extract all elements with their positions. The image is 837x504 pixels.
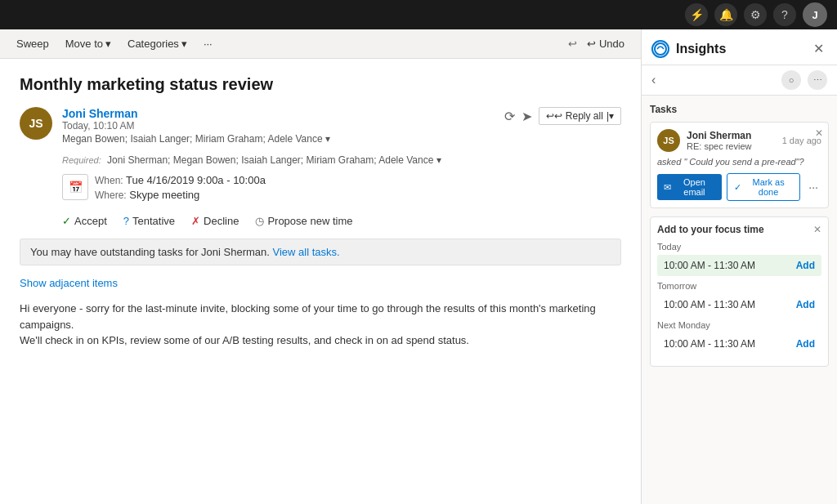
focus-title: Add to your focus time: [657, 224, 764, 235]
task-info: Joni Sherman RE: spec review: [687, 130, 776, 151]
undo-icon: ↩: [568, 38, 577, 50]
insights-body: Tasks ✕ JS Joni Sherman RE: spec review …: [642, 96, 837, 504]
required-names: Joni Sherman; Megan Bowen; Isaiah Langer…: [107, 154, 441, 166]
sender-recipients: Megan Bowen; Isaiah Langer; Miriam Graha…: [62, 133, 495, 145]
calendar-icon: 📅: [62, 174, 88, 200]
focus-close-button[interactable]: ✕: [813, 224, 821, 235]
insights-back-button[interactable]: ‹: [651, 73, 656, 87]
focus-day-tomorrow: Tomorrow: [657, 281, 821, 291]
mark-done-button[interactable]: ✓ Mark as done: [727, 173, 800, 201]
undo-button[interactable]: ↩ Undo: [580, 34, 631, 53]
meeting-when: When: Tue 4/16/2019 9:00a - 10:00a: [95, 174, 266, 186]
sender-row: JS Joni Sherman Today, 10:10 AM Megan Bo…: [20, 107, 621, 145]
email-panel: Sweep Move to ▾ Categories ▾ ··· ↩ ↩ Und…: [0, 29, 641, 504]
meeting-details: 📅 When: Tue 4/16/2019 9:00a - 10:00a Whe…: [62, 174, 621, 203]
response-buttons: ✓ Accept ? Tentative ✗ Decline ◷ Propose…: [62, 215, 621, 227]
accept-button[interactable]: ✓ Accept: [62, 215, 107, 227]
insights-nav: ‹ ○ ⋯: [642, 65, 837, 96]
top-bar: ⚡ 🔔 ⚙ ? J: [0, 0, 837, 29]
required-recipients-row: Required: Joni Sherman; Megan Bowen; Isa…: [62, 154, 621, 166]
checkmark-icon: ✓: [734, 182, 741, 193]
question-icon: ?: [123, 215, 129, 227]
insights-nav-icon-2[interactable]: ⋯: [808, 70, 827, 90]
viva-icon[interactable]: ⚡: [685, 3, 708, 26]
tasks-section-label: Tasks: [650, 104, 829, 115]
focus-time-today: 10:00 AM - 11:30 AM: [664, 260, 755, 271]
task-avatar: JS: [657, 129, 680, 152]
focus-time-monday: 10:00 AM - 11:30 AM: [664, 338, 755, 350]
insights-logo: [651, 40, 669, 58]
meeting-info: When: Tue 4/16/2019 9:00a - 10:00a Where…: [95, 174, 266, 203]
svg-point-0: [655, 43, 666, 55]
task-card-close-button[interactable]: ✕: [815, 127, 823, 139]
reply-all-icon: ↩↩: [546, 110, 562, 122]
focus-day-monday: Next Monday: [657, 320, 821, 330]
insights-panel: Insights ✕ ‹ ○ ⋯ Tasks ✕ JS: [641, 29, 837, 504]
focus-time-section: Add to your focus time ✕ Today 10:00 AM …: [650, 216, 829, 367]
focus-section-header: Add to your focus time ✕: [657, 224, 821, 235]
propose-time-button[interactable]: ◷ Propose new time: [255, 215, 352, 227]
toolbar-right: ↩ ↩ Undo: [568, 34, 631, 53]
view-all-tasks-link[interactable]: View all tasks.: [273, 246, 340, 258]
email-content: Monthly marketing status review JS Joni …: [0, 59, 641, 504]
cross-icon: ✗: [191, 215, 200, 227]
email-actions-right: ⟳ ➤ ↩↩ Reply all |▾: [504, 107, 621, 125]
task-card: ✕ JS Joni Sherman RE: spec review 1 day …: [650, 122, 829, 208]
main-container: Sweep Move to ▾ Categories ▾ ··· ↩ ↩ Und…: [0, 29, 837, 504]
focus-add-today-button[interactable]: Add: [796, 260, 815, 271]
required-label: Required:: [62, 155, 101, 165]
open-email-button[interactable]: ✉ Open email: [657, 174, 722, 200]
email-toolbar: Sweep Move to ▾ Categories ▾ ··· ↩ ↩ Und…: [0, 29, 641, 59]
top-bar-icons: ⚡ 🔔 ⚙ ? J: [685, 2, 827, 27]
focus-slot-monday: 10:00 AM - 11:30 AM Add: [657, 333, 821, 355]
task-more-button[interactable]: ···: [805, 179, 821, 195]
notification-icon[interactable]: 🔔: [714, 3, 737, 26]
settings-icon[interactable]: ⚙: [744, 3, 767, 26]
envelope-icon: ✉: [664, 182, 671, 193]
email-subject: Monthly marketing status review: [20, 75, 621, 94]
task-sender-name: Joni Sherman: [687, 130, 776, 141]
sender-time: Today, 10:10 AM: [62, 120, 495, 132]
sender-name[interactable]: Joni Sherman: [62, 107, 495, 120]
move-to-button[interactable]: Move to ▾: [59, 34, 118, 53]
loading-icon: ⟳: [504, 109, 515, 124]
task-subject: RE: spec review: [687, 141, 776, 151]
forward-icon[interactable]: ➤: [521, 109, 532, 124]
insights-nav-icons: ○ ⋯: [781, 70, 827, 90]
insights-header: Insights ✕: [642, 29, 837, 65]
task-banner: You may have outstanding tasks for Joni …: [20, 239, 621, 265]
insights-close-button[interactable]: ✕: [810, 39, 827, 58]
categories-button[interactable]: Categories ▾: [121, 34, 194, 53]
sweep-button[interactable]: Sweep: [10, 34, 56, 53]
tentative-button[interactable]: ? Tentative: [123, 215, 175, 227]
insights-nav-icon-1[interactable]: ○: [781, 70, 801, 90]
task-quote: asked " Could you send a pre-read"?: [657, 157, 821, 167]
decline-button[interactable]: ✗ Decline: [191, 215, 239, 227]
focus-time-tomorrow: 10:00 AM - 11:30 AM: [664, 299, 755, 310]
show-adjacent-link[interactable]: Show adjacent items: [20, 277, 621, 289]
insights-title-row: Insights: [651, 40, 726, 58]
focus-slot-today: 10:00 AM - 11:30 AM Add: [657, 255, 821, 276]
reply-all-button[interactable]: ↩↩ Reply all |▾: [539, 107, 621, 125]
help-icon[interactable]: ?: [773, 3, 796, 26]
clock-icon: ◷: [255, 215, 264, 227]
sender-info: Joni Sherman Today, 10:10 AM Megan Bowen…: [62, 107, 495, 145]
check-icon: ✓: [62, 215, 71, 227]
focus-slot-tomorrow: 10:00 AM - 11:30 AM Add: [657, 294, 821, 315]
task-card-header: JS Joni Sherman RE: spec review 1 day ag…: [657, 129, 821, 152]
more-toolbar-button[interactable]: ···: [197, 34, 219, 53]
toolbar-left: Sweep Move to ▾ Categories ▾ ···: [10, 34, 219, 53]
insights-title: Insights: [676, 42, 726, 56]
meeting-where: Where: Skype meeting: [95, 189, 266, 201]
task-actions: ✉ Open email ✓ Mark as done ···: [657, 173, 821, 201]
focus-add-monday-button[interactable]: Add: [796, 338, 815, 350]
focus-add-tomorrow-button[interactable]: Add: [796, 299, 815, 310]
email-body: Hi everyone - sorry for the last-minute …: [20, 301, 621, 349]
user-avatar[interactable]: J: [803, 2, 827, 27]
sender-avatar: JS: [20, 107, 52, 140]
focus-day-today: Today: [657, 242, 821, 252]
